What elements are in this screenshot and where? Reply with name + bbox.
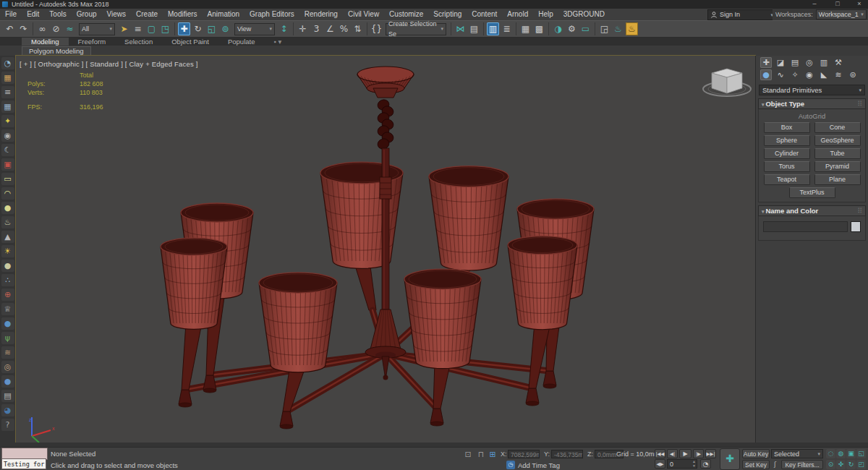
scene-list-icon[interactable]: ≡	[1, 86, 14, 98]
menu-item-graph-editors[interactable]: Graph Editors	[244, 9, 299, 20]
edit-named-selection-sets-icon[interactable]: {}	[370, 22, 383, 35]
category-lights[interactable]: ✧	[789, 69, 801, 80]
set-keys-button[interactable]: ✚	[720, 448, 740, 470]
rect-selection-region-icon[interactable]: ▢	[145, 22, 158, 35]
select-and-move-icon[interactable]: ✚	[178, 22, 190, 35]
maximize-button[interactable]: □	[831, 0, 844, 9]
ribbon-tab-freeform[interactable]: Freeform	[69, 38, 116, 46]
transform-gizmo-icon[interactable]: ⊞	[488, 450, 498, 459]
close-button[interactable]: ×	[853, 0, 866, 9]
spinner-snap-icon[interactable]: ⇅	[352, 22, 364, 35]
tab-display[interactable]: ▥	[818, 57, 830, 68]
tab-create[interactable]: ✚	[760, 57, 772, 68]
menu-item-3dground[interactable]: 3DGROUND	[558, 9, 610, 20]
angle-snap-icon[interactable]: ∠	[324, 22, 336, 35]
unlink-selection-icon[interactable]: ⊘	[50, 22, 62, 35]
workspace-dropdown[interactable]: Workspace_1 ▾	[816, 9, 867, 20]
ribbon-overflow-icon[interactable]: ▪ ▾	[264, 38, 291, 46]
chandelier-wireframe-model[interactable]	[161, 67, 594, 429]
teapot-primitive-icon[interactable]: ♨	[1, 216, 14, 228]
tab-utilities[interactable]: ⚒	[833, 57, 844, 68]
category-systems[interactable]: ⊚	[847, 69, 859, 80]
primitive-button-box[interactable]: Box	[764, 122, 810, 133]
category-cameras[interactable]: ◉	[804, 69, 815, 80]
polygon-modeling-panel[interactable]: Polygon Modeling	[22, 46, 91, 56]
reference-coordinate-dropdown[interactable]: View▾	[234, 23, 275, 35]
orbit-icon[interactable]: ↻	[846, 460, 856, 469]
select-object-icon[interactable]: ➤	[118, 22, 130, 35]
object-name-field[interactable]	[763, 221, 848, 232]
select-by-name-icon[interactable]: ≡	[132, 22, 144, 35]
render-production-icon[interactable]: ♨	[612, 22, 624, 35]
next-frame-button[interactable]: |▶	[693, 449, 704, 458]
rendered-frame-icon[interactable]: ▭	[579, 22, 592, 35]
align-icon[interactable]: ▤	[468, 22, 480, 35]
render-setup-icon[interactable]: ⚙	[566, 22, 578, 35]
use-pivot-center-icon[interactable]: ↕	[278, 22, 290, 35]
key-mode-dropdown[interactable]: Selected ▾	[771, 449, 823, 458]
add-time-tag-label[interactable]: Add Time Tag	[518, 461, 560, 469]
selection-filter-dropdown[interactable]: All▾	[79, 23, 115, 35]
spreadsheet-icon[interactable]: ▦	[1, 101, 14, 113]
undo-icon[interactable]: ↶	[4, 22, 16, 35]
light-lister-icon[interactable]: ✦	[1, 115, 14, 127]
primitives-dropdown[interactable]: Standard Primitives ▾	[759, 85, 865, 95]
maximize-viewport-icon[interactable]: ◰	[856, 460, 866, 469]
atom-icon[interactable]: ⊕	[1, 289, 14, 301]
go-to-end-button[interactable]: ▶▶|	[705, 449, 716, 458]
menu-item-help[interactable]: Help	[533, 9, 558, 20]
autogrid-checkbox[interactable]: AutoGrid	[759, 112, 865, 120]
view-cube[interactable]	[703, 69, 751, 96]
set-key-button[interactable]: Set Key	[742, 460, 770, 469]
menu-item-views[interactable]: Views	[102, 9, 132, 20]
minimize-button[interactable]: –	[808, 0, 821, 9]
select-and-link-icon[interactable]: ∞	[36, 22, 48, 35]
primitive-button-teapot[interactable]: Teapot	[764, 174, 810, 185]
camera-light-icon[interactable]: ◉	[1, 129, 14, 142]
select-and-rotate-icon[interactable]: ↻	[192, 22, 204, 35]
key-filter-icon[interactable]: ʃ	[771, 460, 779, 469]
primitive-button-plane[interactable]: Plane	[814, 174, 861, 185]
menu-item-file[interactable]: File	[0, 9, 22, 20]
ribbon-tab-object-paint[interactable]: Object Paint	[162, 38, 218, 46]
frame-spinner[interactable]: ▲▼	[692, 459, 697, 469]
blue-sphere-icon[interactable]: ●	[1, 375, 14, 388]
scene-explorer-icon[interactable]: ▥	[487, 22, 499, 35]
clipboard-icon[interactable]: ▤	[1, 390, 14, 402]
primitive-button-torus[interactable]: Torus	[764, 161, 810, 172]
zoom-extents-icon[interactable]: ▣	[846, 449, 856, 458]
menu-item-content[interactable]: Content	[467, 9, 502, 20]
material-editor-icon[interactable]: ◑	[552, 22, 564, 35]
category-geometry[interactable]: ●	[760, 69, 772, 80]
moon-icon[interactable]: ☾	[1, 144, 14, 156]
redo-icon[interactable]: ↷	[17, 22, 30, 35]
render-preview-icon[interactable]: ▦	[1, 72, 14, 84]
isolate-selection-toggle-icon[interactable]: ⊡	[463, 450, 473, 459]
dark-sphere-icon[interactable]: ◕	[1, 404, 14, 416]
cone-primitive-icon[interactable]: ▲	[1, 231, 14, 243]
tab-modify[interactable]: ◪	[775, 57, 786, 68]
menu-item-create[interactable]: Create	[131, 9, 163, 20]
tab-hierarchy[interactable]: ▤	[789, 57, 801, 68]
menu-item-animation[interactable]: Animation	[203, 9, 244, 20]
key-filters-button[interactable]: Key Filters...	[781, 460, 823, 469]
menu-item-civil-view[interactable]: Civil View	[343, 9, 384, 20]
time-tag-icon[interactable]: ◷	[506, 461, 515, 469]
sphere-primitive-icon[interactable]: ●	[1, 202, 14, 214]
auto-key-button[interactable]: Auto Key	[742, 449, 770, 458]
menu-item-tools[interactable]: Tools	[44, 9, 71, 20]
maxscript-listener-input[interactable]: Testing for i	[1, 458, 46, 469]
object-color-swatch[interactable]	[851, 221, 861, 232]
curve-editor-icon[interactable]: ▦	[519, 22, 532, 35]
primitive-button-tube[interactable]: Tube	[814, 148, 861, 159]
rain-particles-icon[interactable]: ∴	[1, 274, 14, 286]
menu-item-group[interactable]: Group	[72, 9, 102, 20]
ribbon-tab-modeling[interactable]: Modeling	[22, 38, 69, 46]
key-mode-toggle-button[interactable]: ◀▶	[655, 459, 665, 469]
cactus-icon[interactable]: ψ	[1, 332, 14, 344]
category-shapes[interactable]: ∿	[775, 69, 786, 80]
schematic-view-icon[interactable]: ▩	[533, 22, 545, 35]
window-crossing-icon[interactable]: ◳	[159, 22, 171, 35]
fur-icon[interactable]: ≋	[1, 346, 14, 359]
menu-item-rendering[interactable]: Rendering	[299, 9, 343, 20]
